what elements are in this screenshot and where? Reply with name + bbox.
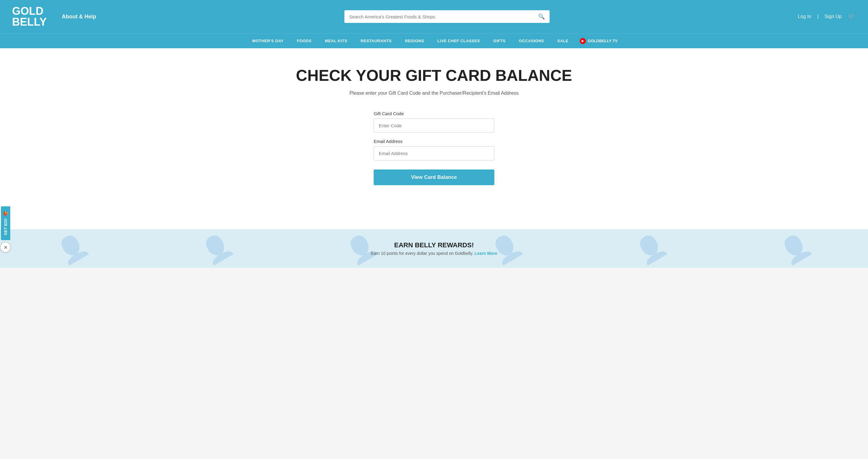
page-title: CHECK YOUR GIFT CARD BALANCE: [6, 66, 862, 85]
header-right: Log In | Sign Up 🛒: [798, 13, 856, 21]
nav-item-goldbelly-tv[interactable]: ▶ GOLDBELLY TV: [575, 38, 622, 44]
nav-item-occasions[interactable]: OCCASIONS: [512, 39, 551, 43]
search-bar: 🔍: [344, 10, 550, 23]
side-promo: GET $25! 🎁 ✕: [0, 206, 11, 253]
promo-tab[interactable]: GET $25! 🎁: [1, 206, 10, 240]
separator: |: [817, 14, 818, 19]
nav-item-regions[interactable]: REGIONS: [398, 39, 431, 43]
main-nav: MOTHER'S DAY FOODS MEAL KITS RESTAURANTS…: [0, 33, 868, 48]
rewards-learn-more-link[interactable]: Learn More: [474, 251, 497, 256]
nav-item-meal-kits[interactable]: MEAL KITS: [318, 39, 354, 43]
main-content: CHECK YOUR GIFT CARD BALANCE Please ente…: [0, 48, 868, 229]
search-button[interactable]: 🔍: [533, 10, 550, 23]
cart-icon[interactable]: 🛒: [848, 13, 856, 21]
email-address-label: Email Address: [374, 139, 494, 144]
logo[interactable]: GOLD BELLY: [12, 6, 47, 27]
email-address-input[interactable]: [374, 146, 494, 160]
signup-link[interactable]: Sign Up: [825, 14, 842, 19]
login-link[interactable]: Log In: [798, 14, 811, 19]
nav-item-gifts[interactable]: GIFTS: [487, 39, 513, 43]
email-address-group: Email Address: [374, 139, 494, 160]
nav-item-foods[interactable]: FOODS: [290, 39, 318, 43]
nav-item-live-chef-classes[interactable]: LIVE CHEF CLASSES: [431, 39, 487, 43]
search-icon: 🔍: [538, 13, 545, 20]
gift-card-code-label: Gift Card Code: [374, 111, 494, 116]
search-input[interactable]: [344, 10, 533, 23]
promo-label: GET $25!: [3, 218, 8, 235]
nav-item-sale[interactable]: SALE: [551, 39, 575, 43]
rewards-footer: 👤 👤 👤 👤 👤 👤 EARN BELLY REWARDS! Earn 10 …: [0, 229, 868, 268]
header: GOLD BELLY About & Help 🔍 Log In | Sign …: [0, 0, 868, 33]
gift-card-code-input[interactable]: [374, 119, 494, 133]
nav-item-mothers-day[interactable]: MOTHER'S DAY: [246, 39, 290, 43]
gift-card-form: Gift Card Code Email Address View Card B…: [374, 111, 494, 185]
play-icon: ▶: [580, 38, 586, 44]
promo-close-button[interactable]: ✕: [0, 242, 11, 253]
rewards-text: Earn 10 points for every dollar you spen…: [6, 251, 862, 256]
page-subtitle: Please enter your Gift Card Code and the…: [6, 91, 862, 96]
about-help-link[interactable]: About & Help: [62, 13, 96, 20]
view-card-balance-button[interactable]: View Card Balance: [374, 169, 494, 185]
gift-card-code-group: Gift Card Code: [374, 111, 494, 133]
promo-icon: 🎁: [3, 211, 8, 216]
close-icon: ✕: [4, 244, 7, 250]
rewards-title: EARN BELLY REWARDS!: [6, 241, 862, 249]
nav-item-restaurants[interactable]: RESTAURANTS: [354, 39, 398, 43]
